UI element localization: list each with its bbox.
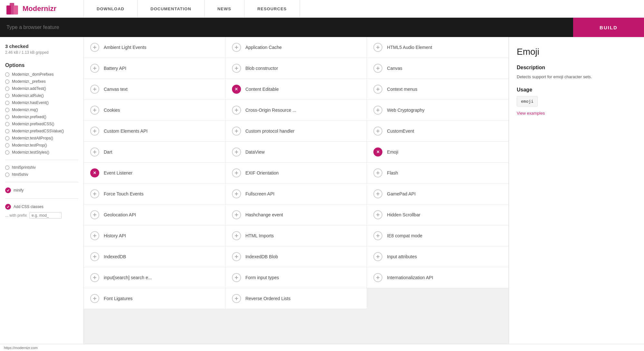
option-testAllProps[interactable]: Modernizr.testAllProps() <box>5 136 78 140</box>
nav-documentation[interactable]: DOCUMENTATION <box>138 0 205 17</box>
nav-news[interactable]: NEWS <box>205 0 245 17</box>
option-hasEvent[interactable]: Modernizr.hasEvent() <box>5 100 78 105</box>
feature-toggle-btn[interactable] <box>90 189 99 198</box>
feature-item[interactable]: IndexedDB <box>84 246 226 267</box>
feature-toggle-btn[interactable] <box>232 127 241 136</box>
feature-item[interactable]: Battery API <box>84 58 226 79</box>
feature-toggle-btn[interactable] <box>373 168 382 177</box>
feature-toggle-btn[interactable] <box>90 273 99 282</box>
feature-item[interactable]: Reverse Ordered Lists <box>226 288 367 309</box>
option-domPrefixes[interactable]: Modernizr._domPrefixes <box>5 72 78 77</box>
option-addTest[interactable]: Modernizr.addTest() <box>5 86 78 91</box>
build-button[interactable]: BUILD <box>573 18 644 37</box>
feature-item[interactable]: EXIF Orientation <box>226 163 367 184</box>
feature-toggle-btn[interactable] <box>373 231 382 240</box>
feature-item[interactable]: Canvas text <box>84 79 226 100</box>
feature-toggle-btn[interactable] <box>90 106 99 115</box>
feature-item[interactable]: Dart <box>84 142 226 163</box>
feature-toggle-btn[interactable] <box>232 252 241 261</box>
option-radio-mq[interactable] <box>5 108 9 112</box>
feature-item[interactable]: Context menus <box>367 79 509 100</box>
option-radio-atRule[interactable] <box>5 94 9 98</box>
option-testProp[interactable]: Modernizr.testProp() <box>5 143 78 147</box>
feature-toggle-btn[interactable] <box>373 85 382 94</box>
feature-toggle-btn[interactable]: × <box>373 147 382 157</box>
option-prefixedCSS[interactable]: Modernizr.prefixedCSS() <box>5 122 78 126</box>
option-atRule[interactable]: Modernizr.atRule() <box>5 93 78 98</box>
feature-toggle-btn[interactable] <box>90 210 99 219</box>
feature-toggle-btn[interactable] <box>90 64 99 73</box>
feature-item[interactable]: Input attributes <box>367 246 509 267</box>
feature-item[interactable]: Blob constructor <box>226 58 367 79</box>
feature-toggle-btn[interactable] <box>373 43 382 52</box>
feature-toggle-btn[interactable] <box>232 273 241 282</box>
feature-item[interactable]: History API <box>84 225 226 246</box>
nav-resources[interactable]: RESOURCES <box>245 0 300 17</box>
minify-option[interactable]: minify <box>5 187 78 193</box>
feature-item[interactable]: input[search] search e... <box>84 267 226 288</box>
feature-item[interactable]: ×Content Editable <box>226 79 367 100</box>
feature-toggle-btn[interactable] <box>90 127 99 136</box>
feature-item[interactable]: Custom protocol handler <box>226 121 367 142</box>
feature-toggle-btn[interactable] <box>373 106 382 115</box>
feature-item[interactable]: Cookies <box>84 100 226 121</box>
feature-item[interactable]: Cross-Origin Resource ... <box>226 100 367 121</box>
option-testStyles[interactable]: Modernizr.testStyles() <box>5 150 78 155</box>
feature-toggle-btn[interactable] <box>373 252 382 261</box>
feature-toggle-btn[interactable] <box>90 252 99 261</box>
feature-item[interactable]: DataView <box>226 142 367 163</box>
extra-html5shiv[interactable]: html5shiv <box>5 172 78 177</box>
option-prefixes[interactable]: Modernizr._prefixes <box>5 79 78 84</box>
feature-toggle-btn[interactable] <box>232 294 241 303</box>
feature-item[interactable]: Flash <box>367 163 509 184</box>
option-radio-testProp[interactable] <box>5 143 9 147</box>
feature-item[interactable]: ×Event Listener <box>84 163 226 184</box>
feature-toggle-btn[interactable] <box>232 106 241 115</box>
feature-item[interactable]: CustomEvent <box>367 121 509 142</box>
feature-item[interactable]: Hashchange event <box>226 204 367 225</box>
feature-toggle-btn[interactable] <box>373 127 382 136</box>
feature-toggle-btn[interactable] <box>373 64 382 73</box>
option-radio-hasEvent[interactable] <box>5 101 9 105</box>
option-radio-prefixedCSSValue[interactable] <box>5 129 9 133</box>
feature-item[interactable]: ×Emoji <box>367 142 509 163</box>
feature-toggle-btn[interactable] <box>90 231 99 240</box>
feature-toggle-btn[interactable] <box>90 85 99 94</box>
feature-toggle-btn[interactable] <box>373 210 382 219</box>
option-radio-addTest[interactable] <box>5 87 9 91</box>
option-radio-testAllProps[interactable] <box>5 136 9 140</box>
feature-toggle-btn[interactable] <box>232 231 241 240</box>
feature-toggle-btn[interactable] <box>90 147 99 157</box>
feature-toggle-btn[interactable] <box>90 43 99 52</box>
feature-toggle-btn[interactable] <box>232 210 241 219</box>
view-examples-link[interactable]: View examples <box>517 111 545 116</box>
option-radio-prefixedCSS[interactable] <box>5 122 9 126</box>
feature-item[interactable]: IndexedDB Blob <box>226 246 367 267</box>
option-radio-prefixed[interactable] <box>5 115 9 119</box>
feature-toggle-btn[interactable]: × <box>232 85 241 94</box>
feature-item[interactable]: GamePad API <box>367 184 509 204</box>
feature-item[interactable]: HTML5 Audio Element <box>367 37 509 58</box>
feature-toggle-btn[interactable] <box>232 189 241 198</box>
feature-toggle-btn[interactable] <box>232 168 241 177</box>
feature-item[interactable]: Form input types <box>226 267 367 288</box>
extra-radio-html5printshiv[interactable] <box>5 166 9 170</box>
add-css-option[interactable]: Add CSS classes <box>5 204 78 210</box>
search-input[interactable] <box>6 24 567 30</box>
feature-toggle-btn[interactable] <box>373 273 382 282</box>
feature-item[interactable]: Geolocation API <box>84 204 226 225</box>
feature-item[interactable]: Application Cache <box>226 37 367 58</box>
feature-item[interactable]: Custom Elements API <box>84 121 226 142</box>
feature-item[interactable]: Internationalization API <box>367 267 509 288</box>
feature-toggle-btn[interactable] <box>232 147 241 157</box>
option-prefixedCSSValue[interactable]: Modernizr.prefixedCSSValue() <box>5 129 78 133</box>
option-radio-testStyles[interactable] <box>5 150 9 155</box>
nav-download[interactable]: DOWNLOAD <box>84 0 138 17</box>
extra-html5printshiv[interactable]: html5printshiv <box>5 165 78 170</box>
option-prefixed[interactable]: Modernizr.prefixed() <box>5 115 78 119</box>
feature-item[interactable]: HTML Imports <box>226 225 367 246</box>
feature-item[interactable]: Web Cryptography <box>367 100 509 121</box>
feature-item[interactable]: Ambient Light Events <box>84 37 226 58</box>
feature-toggle-btn[interactable] <box>232 64 241 73</box>
option-radio-prefixes[interactable] <box>5 80 9 84</box>
